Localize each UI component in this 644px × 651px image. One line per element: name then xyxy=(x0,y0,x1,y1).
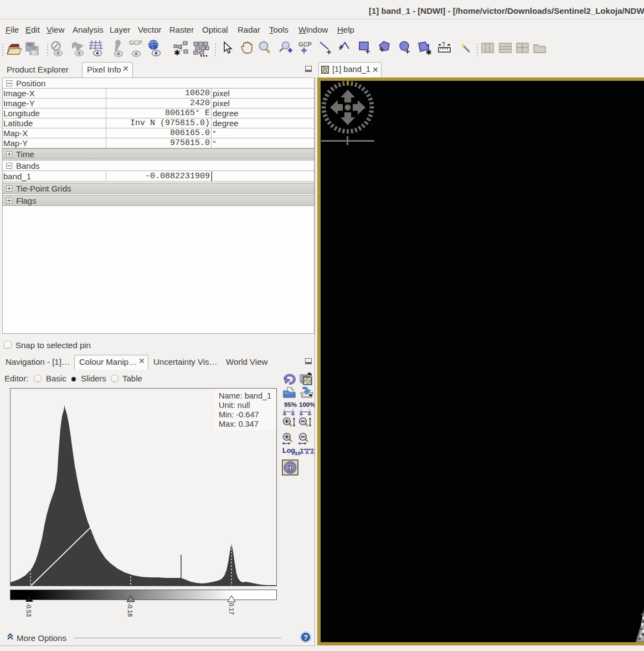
svg-text:?: ? xyxy=(303,633,308,642)
svg-text:95%: 95% xyxy=(284,401,297,408)
svg-text:?: ? xyxy=(442,42,445,48)
svg-text:GCP: GCP xyxy=(129,39,142,46)
svg-text:10: 10 xyxy=(295,450,301,456)
svg-text:GCP: GCP xyxy=(298,41,312,48)
svg-text:✱: ✱ xyxy=(426,48,432,56)
svg-text:Log: Log xyxy=(282,447,295,454)
svg-text:100%: 100% xyxy=(299,401,315,408)
svg-text:✱: ✱ xyxy=(174,48,181,57)
